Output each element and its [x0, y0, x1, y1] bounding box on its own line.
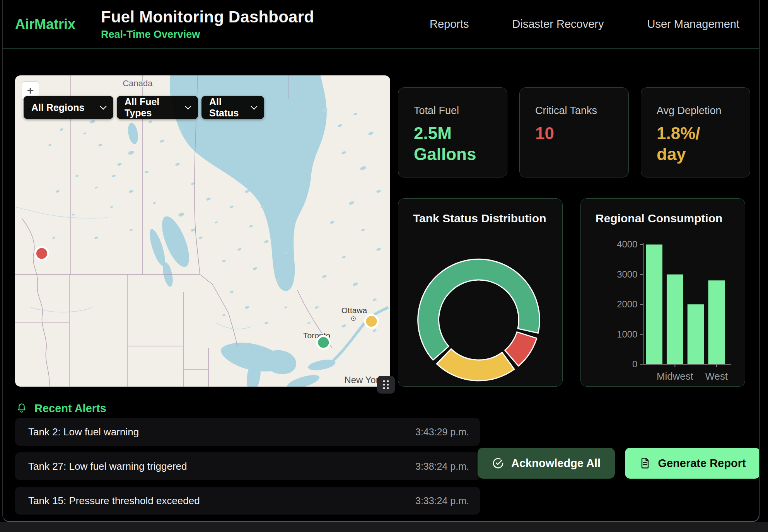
stat-label: Avg Depletion — [657, 105, 734, 117]
alert-message: Tank 27: Low fuel warning triggered — [28, 460, 187, 472]
nav-item-disaster-recovery[interactable]: Disaster Recovery — [512, 18, 604, 31]
bell-icon — [16, 402, 27, 415]
app-window: AirMatrix Fuel Monitoring Dashboard Real… — [2, 0, 759, 522]
bar-chart: 01000200030004000MidwestWest — [581, 199, 745, 386]
window-bottom-strip — [0, 522, 768, 532]
stat-label: Critical Tanks — [535, 105, 613, 117]
alert-row: Tank 27: Low fuel warning triggered3:38:… — [15, 452, 480, 480]
action-buttons: Acknowledge All Generate Report — [478, 448, 759, 479]
regional-consumption-card: Regional Consumption 01000200030004000Mi… — [580, 198, 745, 387]
map-town-dot-ottawa-center — [353, 318, 354, 319]
alert-row: Tank 15: Pressure threshold exceeded3:33… — [15, 487, 480, 515]
alerts-header: Recent Alerts — [16, 402, 106, 415]
bar-chart-ytick: 0 — [632, 359, 637, 369]
stat-card-total-fuel: Total Fuel2.5MGallons — [398, 87, 507, 177]
donut-segment-warning[interactable] — [437, 349, 514, 380]
stat-value: 1.8%/day — [657, 123, 734, 164]
generate-report-label: Generate Report — [658, 457, 746, 470]
acknowledge-all-label: Acknowledge All — [511, 457, 601, 470]
main-nav: Reports Disaster Recovery User Managemen… — [430, 18, 739, 31]
map-resize-handle[interactable] — [377, 376, 395, 394]
stat-cards: Total Fuel2.5MGallonsCritical Tanks10Avg… — [398, 87, 750, 177]
fuel-type-filter-value: All Fuel Types — [125, 96, 186, 119]
bar-bar-3[interactable] — [688, 304, 704, 364]
bar-chart-ytick: 1000 — [617, 329, 637, 339]
map-filters: All Regions All Fuel Types All Status — [24, 96, 264, 119]
bar-midwest[interactable] — [667, 275, 683, 364]
donut-segment-critical[interactable] — [505, 332, 537, 366]
alert-message: Tank 15: Pressure threshold exceeded — [28, 495, 200, 507]
alert-timestamp: 3:33:24 p.m. — [415, 495, 469, 506]
alert-timestamp: 3:43:29 p.m. — [415, 426, 469, 438]
stat-value: 10 — [535, 123, 613, 144]
alert-row: Tank 2: Low fuel warning3:43:29 p.m. — [15, 418, 480, 446]
map-marker-critical[interactable] — [35, 247, 48, 260]
bar-chart-ytick: 4000 — [617, 239, 637, 249]
alerts-title: Recent Alerts — [34, 402, 106, 415]
nav-item-user-management[interactable]: User Management — [647, 18, 739, 31]
region-filter-dropdown[interactable]: All Regions — [24, 96, 113, 119]
chevron-down-icon — [100, 103, 107, 110]
page-title: Fuel Monitoring Dashboard — [101, 8, 314, 26]
acknowledge-all-button[interactable]: Acknowledge All — [478, 448, 615, 479]
bar-chart-ytick: 3000 — [617, 269, 637, 280]
bar-chart-ytick: 2000 — [617, 299, 637, 309]
map-canvas: Canada Ottawa Toronto New York — [15, 75, 390, 387]
document-icon — [639, 457, 651, 469]
map-viewport[interactable]: Canada Ottawa Toronto New York — [15, 75, 390, 387]
fuel-type-filter-dropdown[interactable]: All Fuel Types — [117, 96, 198, 119]
tank-status-distribution-card: Tank Status Distribution — [398, 198, 563, 387]
page-subtitle: Real-Time Overview — [101, 29, 314, 41]
status-filter-value: All Status — [209, 96, 252, 119]
alert-timestamp: 3:38:24 p.m. — [415, 461, 469, 472]
generate-report-button[interactable]: Generate Report — [625, 448, 759, 479]
bar-chart-xtick: Midwest — [657, 371, 693, 382]
map-marker-normal[interactable] — [317, 336, 330, 349]
map-panel: Canada Ottawa Toronto New York + − All R… — [15, 75, 390, 387]
bar-chart-xtick: West — [705, 371, 728, 382]
stat-card-critical-tanks: Critical Tanks10 — [519, 87, 629, 177]
map-marker-warning[interactable] — [365, 315, 378, 328]
charts-row: Tank Status Distribution Regional Consum… — [398, 198, 745, 387]
title-block: Fuel Monitoring Dashboard Real-Time Over… — [101, 8, 314, 41]
nav-item-reports[interactable]: Reports — [430, 18, 469, 31]
region-filter-value: All Regions — [31, 102, 85, 113]
check-circle-icon — [492, 457, 504, 469]
donut-chart — [398, 199, 562, 386]
alert-message: Tank 2: Low fuel warning — [28, 426, 139, 438]
bar-bar-1[interactable] — [646, 244, 662, 364]
map-label-ottawa: Ottawa — [341, 306, 367, 315]
header: AirMatrix Fuel Monitoring Dashboard Real… — [3, 0, 759, 49]
stat-label: Total Fuel — [414, 105, 492, 117]
status-filter-dropdown[interactable]: All Status — [201, 96, 264, 119]
stat-value: 2.5MGallons — [414, 123, 492, 164]
bar-west[interactable] — [708, 280, 725, 364]
drag-dots-icon — [381, 379, 391, 390]
map-label-canada: Canada — [123, 78, 153, 88]
stat-card-avg-depletion: Avg Depletion1.8%/day — [641, 87, 750, 177]
alert-list: Tank 2: Low fuel warning3:43:29 p.m.Tank… — [15, 418, 480, 521]
brand-logo: AirMatrix — [15, 16, 75, 32]
